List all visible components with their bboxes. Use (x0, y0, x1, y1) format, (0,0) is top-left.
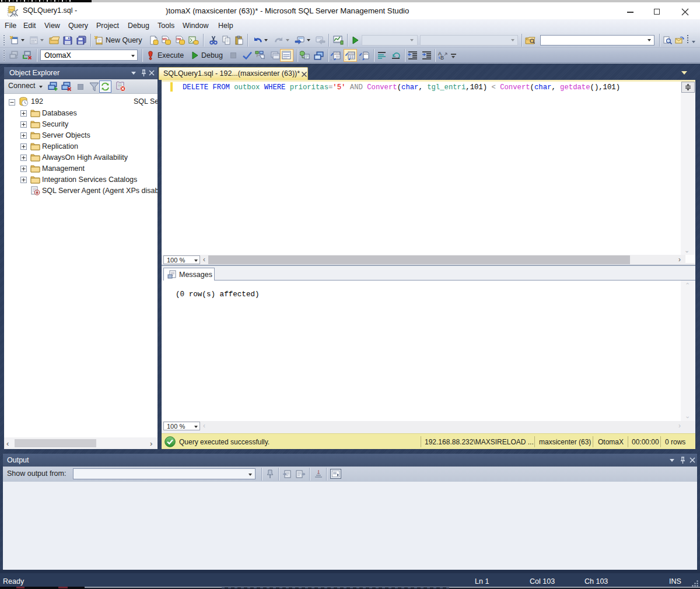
svg-text:101: 101 (364, 52, 369, 55)
svg-text:B: B (440, 55, 444, 60)
svg-text:1010: 1010 (349, 52, 355, 55)
svg-text:1010: 1010 (334, 52, 341, 55)
